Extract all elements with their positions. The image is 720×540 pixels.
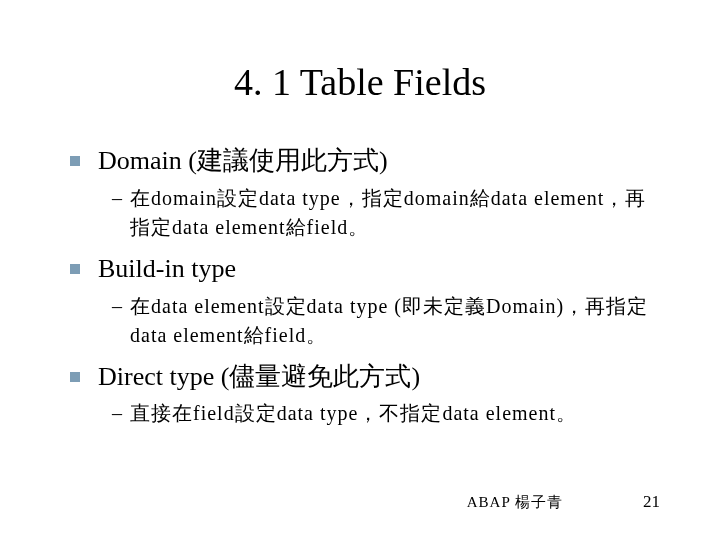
item-title: Build-in type [98,252,236,286]
sub-item: – 直接在field設定data type，不指定data element。 [70,399,660,428]
list-item: Direct type (儘量避免此方式) – 直接在field設定data t… [70,360,660,429]
page-number: 21 [643,492,660,512]
list-item: Build-in type – 在data element設定data type… [70,252,660,350]
item-header: Direct type (儘量避免此方式) [70,360,660,394]
dash-icon: – [112,292,122,321]
sub-text: 在domain設定data type，指定domain給data element… [130,184,660,242]
square-bullet-icon [70,264,80,274]
sub-text: 在data element設定data type (即未定義Domain)，再指… [130,292,660,350]
square-bullet-icon [70,372,80,382]
slide-title: 4. 1 Table Fields [60,60,660,104]
sub-item: – 在domain設定data type，指定domain給data eleme… [70,184,660,242]
item-header: Build-in type [70,252,660,286]
footer: ABAP 楊子青 21 [0,492,720,512]
dash-icon: – [112,184,122,213]
dash-icon: – [112,399,122,428]
list-item: Domain (建議使用此方式) – 在domain設定data type，指定… [70,144,660,242]
footer-text: ABAP 楊子青 [467,493,563,512]
content-area: Domain (建議使用此方式) – 在domain設定data type，指定… [60,144,660,428]
slide: 4. 1 Table Fields Domain (建議使用此方式) – 在do… [0,0,720,540]
square-bullet-icon [70,156,80,166]
sub-item: – 在data element設定data type (即未定義Domain)，… [70,292,660,350]
item-title: Direct type (儘量避免此方式) [98,360,420,394]
sub-text: 直接在field設定data type，不指定data element。 [130,399,577,428]
item-header: Domain (建議使用此方式) [70,144,660,178]
item-title: Domain (建議使用此方式) [98,144,388,178]
